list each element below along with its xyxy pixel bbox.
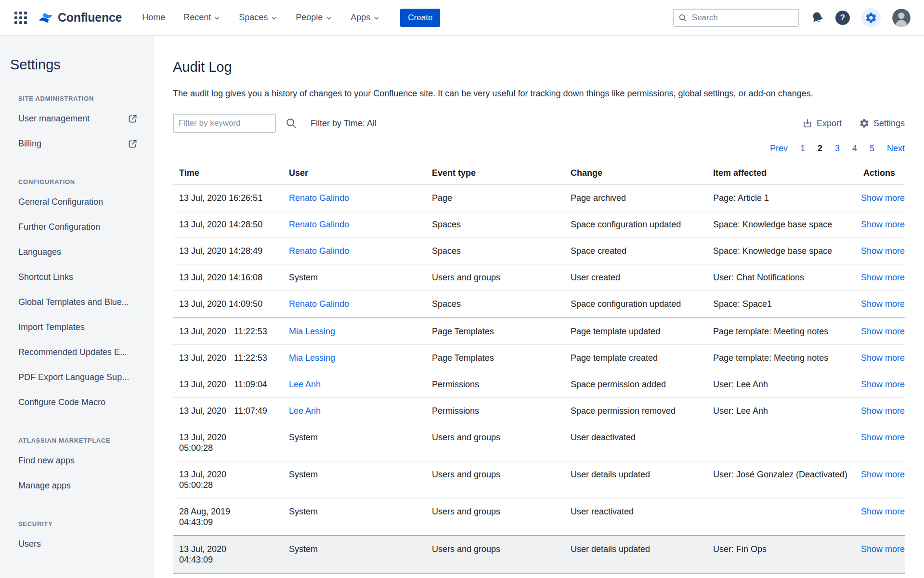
show-more-link[interactable]: Show more bbox=[861, 380, 905, 389]
nav-item-apps[interactable]: Apps bbox=[351, 13, 380, 23]
sidebar-item-find-new-apps[interactable]: Find new apps bbox=[10, 448, 143, 473]
sidebar-item-label: PDF Export Language Sup... bbox=[18, 372, 129, 382]
create-button[interactable]: Create bbox=[400, 9, 440, 27]
cell-event-type: Users and groups bbox=[432, 573, 571, 578]
user-link[interactable]: Renato Galindo bbox=[289, 193, 349, 203]
audit-table-body: 13 Jul, 202016:26:51Renato GalindoPagePa… bbox=[173, 185, 905, 578]
keyword-filter-input[interactable] bbox=[173, 114, 276, 133]
notifications-button[interactable] bbox=[811, 11, 824, 24]
nav-item-recent[interactable]: Recent bbox=[183, 13, 221, 23]
time-filter-dropdown[interactable]: Filter by Time: All bbox=[311, 118, 377, 129]
sidebar-item-manage-apps[interactable]: Manage apps bbox=[10, 473, 143, 498]
sidebar-item-languages[interactable]: Languages bbox=[10, 239, 143, 264]
sidebar-item-user-management[interactable]: User management bbox=[10, 106, 143, 131]
cell-time: 13 Jul, 202011:22:53 bbox=[173, 345, 289, 371]
cell-user: Renato Galindo bbox=[289, 238, 432, 264]
user-link[interactable]: Renato Galindo bbox=[289, 220, 349, 229]
user-link[interactable]: Lee Anh bbox=[289, 406, 321, 416]
show-more-link[interactable]: Show more bbox=[861, 327, 905, 336]
show-more-link[interactable]: Show more bbox=[861, 470, 905, 479]
export-icon bbox=[802, 118, 813, 129]
confluence-logo[interactable]: Confluence bbox=[38, 10, 122, 26]
filter-search-button[interactable] bbox=[286, 118, 297, 129]
event-date: 13 Jul, 2020 bbox=[179, 544, 281, 554]
profile-button[interactable] bbox=[892, 9, 911, 27]
cell-item-affected: Page template: Meeting notes bbox=[713, 318, 858, 345]
user-link[interactable]: Renato Galindo bbox=[289, 246, 349, 256]
show-more-link[interactable]: Show more bbox=[861, 299, 905, 309]
pagination-page-1[interactable]: 1 bbox=[800, 144, 805, 154]
user-link[interactable]: Mia Lessing bbox=[289, 327, 335, 336]
cell-time: 13 Jul, 202014:28:49 bbox=[173, 238, 289, 264]
cell-event-type: Permissions bbox=[432, 398, 571, 424]
show-more-link[interactable]: Show more bbox=[861, 507, 905, 516]
cell-actions: Show more bbox=[858, 318, 905, 345]
sidebar-item-configure-code-macro[interactable]: Configure Code Macro bbox=[10, 390, 143, 415]
sidebar-item-shortcut-links[interactable]: Shortcut Links bbox=[10, 264, 143, 289]
pagination-next[interactable]: Next bbox=[887, 144, 905, 154]
show-more-link[interactable]: Show more bbox=[861, 193, 905, 203]
show-more-link[interactable]: Show more bbox=[861, 433, 905, 442]
cell-item-affected: User: Lee Anh bbox=[713, 371, 858, 398]
show-more-link[interactable]: Show more bbox=[861, 246, 905, 256]
table-row: 13 Jul, 202014:28:50Renato GalindoSpaces… bbox=[173, 211, 905, 238]
cell-change: Space permission removed bbox=[571, 398, 713, 424]
cell-change: Space configuration updated bbox=[571, 291, 713, 318]
user-link[interactable]: Renato Galindo bbox=[289, 299, 349, 309]
event-date: 13 Jul, 2020 bbox=[179, 469, 281, 480]
app-switcher-icon[interactable] bbox=[14, 12, 27, 24]
show-more-link[interactable]: Show more bbox=[861, 544, 905, 554]
sidebar-item-import-templates[interactable]: Import Templates bbox=[10, 315, 143, 340]
audit-settings-button[interactable]: Settings bbox=[859, 118, 905, 129]
help-button[interactable]: ? bbox=[835, 11, 850, 25]
search-input[interactable] bbox=[691, 13, 794, 23]
sidebar-item-recommended-updates-e[interactable]: Recommended Updates E... bbox=[10, 340, 143, 365]
pagination-page-4[interactable]: 4 bbox=[852, 144, 857, 154]
sidebar-item-billing[interactable]: Billing bbox=[10, 131, 143, 156]
pagination-page-3[interactable]: 3 bbox=[835, 144, 840, 154]
sidebar-item-label: General Configuration bbox=[18, 197, 103, 207]
sidebar-item-general-configuration[interactable]: General Configuration bbox=[10, 189, 143, 214]
cell-change: User created bbox=[571, 264, 713, 291]
cell-item-affected: Page: Article 1 bbox=[713, 185, 858, 211]
pagination-page-5[interactable]: 5 bbox=[870, 144, 874, 154]
sidebar-item-users[interactable]: Users bbox=[10, 531, 143, 556]
table-row: 28 Aug, 201904:43:09SystemUsers and grou… bbox=[173, 499, 905, 536]
column-header-event-type: Event type bbox=[432, 165, 571, 185]
nav-item-spaces[interactable]: Spaces bbox=[239, 13, 277, 23]
cell-time: 13 Jul, 202005:00:28 bbox=[173, 461, 289, 499]
sidebar-title: Settings bbox=[10, 57, 143, 73]
nav-item-label: Apps bbox=[351, 13, 370, 23]
user-link[interactable]: Lee Anh bbox=[289, 380, 321, 389]
cell-user: Lee Anh bbox=[289, 398, 432, 424]
sidebar-item-label: Manage apps bbox=[18, 480, 71, 491]
export-button[interactable]: Export bbox=[802, 118, 842, 129]
pagination-prev[interactable]: Prev bbox=[770, 144, 788, 154]
sidebar-item-label: Recommended Updates E... bbox=[18, 347, 127, 357]
event-date: 13 Jul, 2020 bbox=[179, 353, 226, 363]
sidebar-item-global-templates-and-blue[interactable]: Global Templates and Blue... bbox=[10, 289, 143, 315]
global-search[interactable] bbox=[673, 9, 799, 27]
nav-item-people[interactable]: People bbox=[296, 13, 332, 23]
cell-user: Renato Galindo bbox=[289, 211, 432, 238]
cell-actions: Show more bbox=[858, 499, 905, 536]
show-more-link[interactable]: Show more bbox=[861, 353, 905, 363]
cell-item-affected: Page template: Meeting notes bbox=[713, 345, 858, 371]
show-more-link[interactable]: Show more bbox=[861, 220, 905, 229]
cell-time: 13 Jul, 202004:43:09 bbox=[173, 536, 289, 573]
nav-item-home[interactable]: Home bbox=[142, 13, 165, 23]
search-icon bbox=[286, 118, 297, 129]
show-more-link[interactable]: Show more bbox=[861, 273, 905, 282]
table-row: 13 Jul, 202011:22:53Mia LessingPage Temp… bbox=[173, 345, 905, 371]
event-time: 11:22:53 bbox=[234, 353, 267, 363]
topbar: Confluence HomeRecent Spaces People Apps… bbox=[0, 0, 924, 36]
show-more-link[interactable]: Show more bbox=[861, 406, 905, 416]
column-header-actions: Actions bbox=[858, 165, 905, 185]
sidebar-item-pdf-export-language-sup[interactable]: PDF Export Language Sup... bbox=[10, 365, 143, 390]
event-time: 14:16:08 bbox=[229, 273, 262, 282]
cell-user: System bbox=[289, 461, 432, 499]
sidebar-item-further-configuration[interactable]: Further Configuration bbox=[10, 214, 143, 239]
topbar-right: ? bbox=[673, 8, 911, 27]
user-link[interactable]: Mia Lessing bbox=[289, 353, 335, 363]
settings-button[interactable] bbox=[861, 8, 881, 27]
